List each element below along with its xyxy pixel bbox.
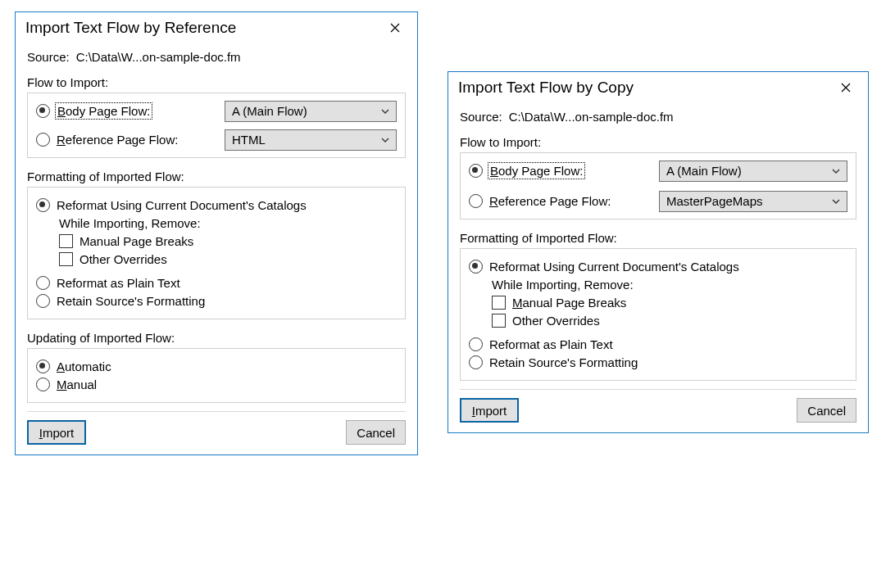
formatting-group: Reformat Using Current Document's Catalo…: [460, 248, 856, 381]
other-overrides-checkbox[interactable]: Other Overrides: [59, 252, 397, 266]
combo-value: A (Main Flow): [666, 164, 742, 178]
manual-label: Manual: [57, 378, 97, 391]
checkbox-icon: [492, 296, 506, 310]
body-page-flow-label: Body Page Flow:: [57, 104, 151, 118]
chevron-down-icon: [381, 104, 389, 118]
close-icon: [841, 83, 851, 93]
source-value: C:\Data\W...on-sample-doc.fm: [509, 110, 674, 124]
radio-icon: [469, 194, 483, 208]
flow-to-import-label: Flow to Import:: [460, 135, 856, 149]
button-bar: Import Cancel: [460, 398, 856, 423]
reference-page-flow-radio[interactable]: Reference Page Flow:: [36, 133, 216, 147]
radio-icon: [36, 133, 50, 147]
flow-group: Body Page Flow: A (Main Flow) Reference …: [460, 152, 856, 219]
checkbox-icon: [492, 314, 506, 328]
source-row: Source: C:\Data\W...on-sample-doc.fm: [460, 110, 856, 124]
chevron-down-icon: [381, 133, 389, 147]
radio-icon: [36, 276, 50, 290]
updating-label: Updating of Imported Flow:: [27, 331, 406, 345]
separator: [460, 389, 856, 390]
import-button[interactable]: Import: [460, 398, 519, 423]
dialog-title: Import Text Flow by Reference: [25, 19, 236, 37]
other-overrides-label: Other Overrides: [80, 252, 167, 266]
while-importing-label: While Importing, Remove:: [492, 278, 847, 292]
body-page-flow-combo[interactable]: A (Main Flow): [659, 161, 847, 182]
import-by-copy-dialog: Import Text Flow by Copy Source: C:\Data…: [448, 71, 869, 433]
titlebar: Import Text Flow by Reference: [16, 12, 417, 42]
separator: [27, 411, 406, 412]
radio-icon: [36, 294, 50, 308]
flow-group: Body Page Flow: A (Main Flow) Reference …: [27, 93, 406, 158]
chevron-down-icon: [832, 164, 840, 178]
body-page-flow-radio[interactable]: Body Page Flow:: [36, 104, 216, 118]
combo-value: A (Main Flow): [232, 104, 307, 118]
manual-page-breaks-label: Manual Page Breaks: [512, 296, 626, 310]
retain-source-radio[interactable]: Retain Source's Formatting: [469, 355, 847, 369]
body-page-flow-combo[interactable]: A (Main Flow): [225, 101, 397, 122]
other-overrides-checkbox[interactable]: Other Overrides: [492, 314, 847, 328]
chevron-down-icon: [832, 194, 840, 208]
checkbox-icon: [59, 252, 73, 266]
reference-page-flow-radio[interactable]: Reference Page Flow:: [469, 194, 651, 208]
radio-icon: [469, 337, 483, 351]
radio-icon: [469, 164, 483, 178]
retain-source-label: Retain Source's Formatting: [489, 355, 638, 369]
radio-icon: [469, 260, 483, 274]
source-label: Source:: [460, 110, 502, 124]
reformat-catalogs-label: Reformat Using Current Document's Catalo…: [57, 198, 307, 212]
combo-value: MasterPageMaps: [666, 194, 763, 208]
formatting-label: Formatting of Imported Flow:: [460, 231, 856, 245]
reformat-plain-label: Reformat as Plain Text: [489, 337, 613, 351]
titlebar: Import Text Flow by Copy: [448, 72, 868, 102]
button-bar: Import Cancel: [27, 420, 406, 445]
manual-page-breaks-checkbox[interactable]: Manual Page Breaks: [59, 234, 397, 248]
combo-value: HTML: [232, 133, 266, 147]
reformat-plain-radio[interactable]: Reformat as Plain Text: [469, 337, 847, 351]
body-page-flow-label: Body Page Flow:: [489, 164, 584, 178]
reference-page-flow-combo[interactable]: HTML: [225, 129, 397, 151]
automatic-label: Automatic: [57, 360, 111, 373]
updating-group: Automatic Manual: [27, 348, 406, 403]
retain-source-radio[interactable]: Retain Source's Formatting: [36, 294, 397, 308]
source-label: Source:: [27, 50, 70, 64]
cancel-button[interactable]: Cancel: [346, 420, 406, 445]
reformat-plain-radio[interactable]: Reformat as Plain Text: [36, 276, 397, 290]
radio-icon: [36, 104, 50, 118]
flow-to-import-label: Flow to Import:: [27, 75, 406, 89]
close-icon: [390, 23, 400, 33]
body-page-flow-radio[interactable]: Body Page Flow:: [469, 164, 651, 178]
automatic-radio[interactable]: Automatic: [36, 360, 397, 373]
import-button[interactable]: Import: [27, 420, 86, 445]
retain-source-label: Retain Source's Formatting: [57, 294, 205, 308]
radio-icon: [469, 355, 483, 369]
manual-page-breaks-checkbox[interactable]: Manual Page Breaks: [492, 296, 847, 310]
reference-page-flow-label: Reference Page Flow:: [57, 133, 178, 147]
import-by-reference-dialog: Import Text Flow by Reference Source: C:…: [15, 11, 418, 455]
manual-radio[interactable]: Manual: [36, 378, 397, 391]
radio-icon: [36, 198, 50, 212]
reference-page-flow-combo[interactable]: MasterPageMaps: [659, 191, 847, 212]
reformat-catalogs-radio[interactable]: Reformat Using Current Document's Catalo…: [36, 198, 397, 212]
formatting-group: Reformat Using Current Document's Catalo…: [27, 187, 406, 319]
source-row: Source: C:\Data\W...on-sample-doc.fm: [27, 50, 406, 64]
dialog-title: Import Text Flow by Copy: [458, 79, 634, 97]
while-importing-label: While Importing, Remove:: [59, 216, 397, 230]
formatting-label: Formatting of Imported Flow:: [27, 170, 406, 183]
reformat-catalogs-label: Reformat Using Current Document's Catalo…: [489, 260, 739, 274]
manual-page-breaks-label: Manual Page Breaks: [80, 234, 193, 248]
reformat-catalogs-radio[interactable]: Reformat Using Current Document's Catalo…: [469, 260, 847, 274]
close-button[interactable]: [381, 17, 409, 38]
radio-icon: [36, 378, 50, 391]
checkbox-icon: [59, 234, 73, 248]
source-value: C:\Data\W...on-sample-doc.fm: [76, 50, 241, 64]
other-overrides-label: Other Overrides: [512, 314, 600, 328]
cancel-button[interactable]: Cancel: [797, 398, 856, 423]
reformat-plain-label: Reformat as Plain Text: [57, 276, 180, 290]
close-button[interactable]: [832, 77, 860, 98]
radio-icon: [36, 360, 50, 373]
reference-page-flow-label: Reference Page Flow:: [489, 194, 611, 208]
